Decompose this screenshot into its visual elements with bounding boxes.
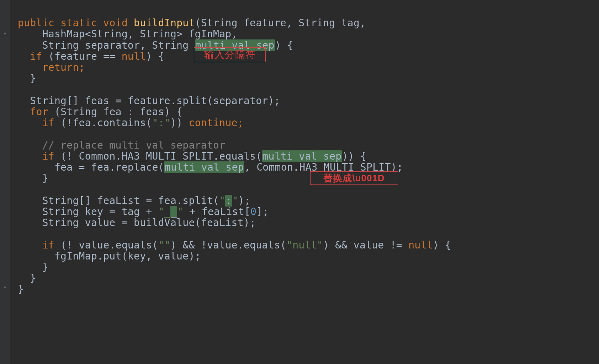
highlight-identifier: multi_val_sep xyxy=(164,161,244,173)
gutter-fold-icon[interactable]: ▸ xyxy=(2,31,8,36)
gutter-fold-icon[interactable]: ▸ xyxy=(2,284,8,290)
code-line: } xyxy=(18,172,48,184)
code-line: fgInMap.put(key, value); xyxy=(18,250,201,262)
highlight-identifier: multi_val_sep xyxy=(195,39,275,51)
code-line: } xyxy=(18,283,24,295)
code-editor[interactable]: public static void buildInput(String fea… xyxy=(10,0,599,364)
code-line: fea = fea.replace(multi_val_sep, Common.… xyxy=(18,161,403,173)
code-line: } xyxy=(18,73,36,84)
editor-gutter: ▸ ▸ xyxy=(0,0,10,364)
code-line: HashMap<String, String> fgInMap, xyxy=(18,28,238,40)
code-line: if (!fea.contains(":")) continue; xyxy=(18,117,244,129)
code-line: if (! value.equals("") && !value.equals(… xyxy=(18,239,451,251)
code-line: return; xyxy=(18,61,85,73)
code-line: String separator, String multi_val_sep) … xyxy=(18,39,293,51)
code-line: if (! Common.HA3_MULTI_SPLIT.equals(mult… xyxy=(18,150,366,162)
code-line: String value = buildValue(feaList); xyxy=(18,217,256,229)
code-line: } xyxy=(18,261,48,273)
code-line: String[] feaList = fea.split(":"); xyxy=(18,195,250,207)
code-line: for (String fea : feas) { xyxy=(18,106,182,118)
code-line: if (feature == null) { xyxy=(18,50,164,62)
highlight-identifier: multi_val_sep xyxy=(262,150,342,162)
code-line: String[] feas = feature.split(separator)… xyxy=(18,95,280,107)
code-line: String key = tag + "__" + feaList[0]; xyxy=(18,206,269,218)
code-line: public static void buildInput(String fea… xyxy=(18,17,366,29)
code-line: // replace multi val separator xyxy=(18,139,225,151)
code-line: } xyxy=(18,272,36,284)
